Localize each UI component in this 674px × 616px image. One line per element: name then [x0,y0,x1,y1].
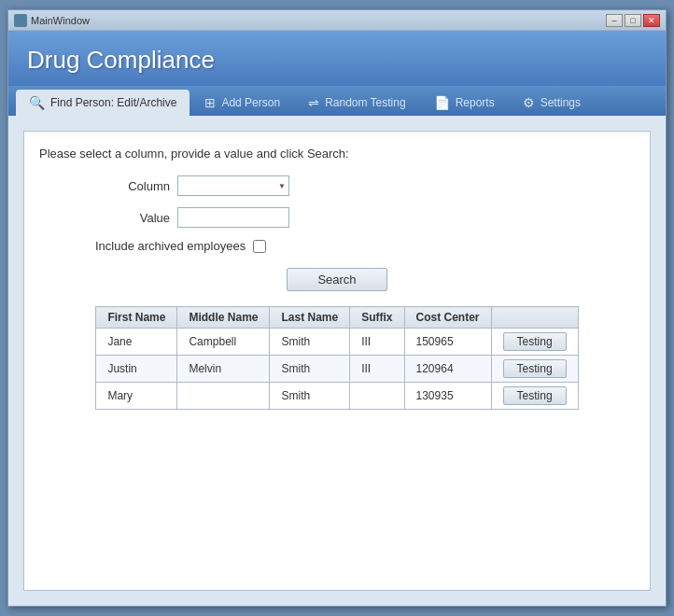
archive-label: Include archived employees [95,239,246,253]
search-btn-row: Search [39,268,635,291]
panel-instruction: Please select a column, provide a value … [39,147,635,161]
tab-settings-label: Settings [541,96,581,109]
table-row: Mary Smith 130935 Testing [96,383,578,410]
column-row: Column First Name Last Name Middle Name … [95,175,635,196]
tab-add-person[interactable]: ⊞ Add Person [191,90,293,116]
app-icon [14,14,27,27]
content-area: Please select a column, provide a value … [8,116,666,606]
tab-reports-label: Reports [456,96,495,109]
find-icon: 🔍 [29,95,45,110]
col-first-name: First Name [96,307,177,329]
tab-add-label: Add Person [221,96,280,109]
cell-action: Testing [491,329,578,356]
add-icon: ⊞ [204,95,216,110]
settings-icon: ⚙ [523,95,535,110]
results-table-container: First Name Middle Name Last Name Suffix … [39,306,635,410]
tab-settings[interactable]: ⚙ Settings [510,90,594,116]
cell-first-name: Jane [96,329,177,356]
value-label: Value [95,211,170,225]
cell-first-name: Justin [96,356,177,383]
app-header: Drug Compliance [8,31,666,86]
archive-row: Include archived employees [95,239,635,253]
title-bar-left: MainWindow [14,14,90,27]
cell-suffix: III [350,356,404,383]
col-suffix: Suffix [350,307,404,329]
testing-button-1[interactable]: Testing [503,332,567,351]
table-row: Jane Campbell Smith III 150965 Testing [96,329,578,356]
tab-reports[interactable]: 📄 Reports [421,90,508,116]
window-title: MainWindow [31,15,90,26]
column-label: Column [95,179,170,193]
cell-suffix: III [350,329,404,356]
search-button[interactable]: Search [287,268,386,291]
value-input[interactable] [177,207,289,228]
results-table: First Name Middle Name Last Name Suffix … [95,306,578,410]
cell-middle-name: Campbell [177,329,270,356]
cell-action: Testing [491,356,578,383]
minimize-button[interactable]: – [606,14,623,27]
col-last-name: Last Name [270,307,350,329]
maximize-button[interactable]: □ [625,14,641,27]
cell-cost-center: 130935 [404,383,491,410]
cell-cost-center: 150965 [404,329,491,356]
search-panel: Please select a column, provide a value … [23,131,651,591]
toolbar: 🔍 Find Person: Edit/Archive ⊞ Add Person… [8,86,666,116]
title-bar: MainWindow – □ ✕ [8,10,666,31]
cell-last-name: Smith [270,356,350,383]
archive-checkbox[interactable] [253,240,266,253]
main-window: MainWindow – □ ✕ Drug Compliance 🔍 Find … [7,9,667,607]
tab-random-label: Random Testing [325,96,406,109]
random-icon: ⇌ [308,95,319,110]
cell-suffix [350,383,404,410]
close-button[interactable]: ✕ [643,14,660,27]
reports-icon: 📄 [434,95,450,110]
table-body: Jane Campbell Smith III 150965 Testing J… [96,329,578,410]
testing-button-3[interactable]: Testing [503,386,567,405]
app-title: Drug Compliance [27,46,647,75]
tab-random-testing[interactable]: ⇌ Random Testing [295,90,419,116]
table-header: First Name Middle Name Last Name Suffix … [96,307,578,329]
col-action [491,307,578,329]
col-cost-center: Cost Center [404,307,491,329]
cell-middle-name: Melvin [177,356,270,383]
cell-action: Testing [491,383,578,410]
title-bar-controls: – □ ✕ [606,14,660,27]
cell-cost-center: 120964 [404,356,491,383]
value-row: Value [95,207,635,228]
table-row: Justin Melvin Smith III 120964 Testing [96,356,578,383]
column-select-wrapper: First Name Last Name Middle Name Suffix … [177,175,289,196]
tab-find-label: Find Person: Edit/Archive [50,96,176,109]
cell-middle-name [177,383,270,410]
testing-button-2[interactable]: Testing [503,359,567,378]
tab-find-person[interactable]: 🔍 Find Person: Edit/Archive [16,90,190,116]
cell-last-name: Smith [270,329,350,356]
cell-first-name: Mary [96,383,177,410]
column-select[interactable]: First Name Last Name Middle Name Suffix … [177,175,289,196]
col-middle-name: Middle Name [177,307,270,329]
cell-last-name: Smith [270,383,350,410]
